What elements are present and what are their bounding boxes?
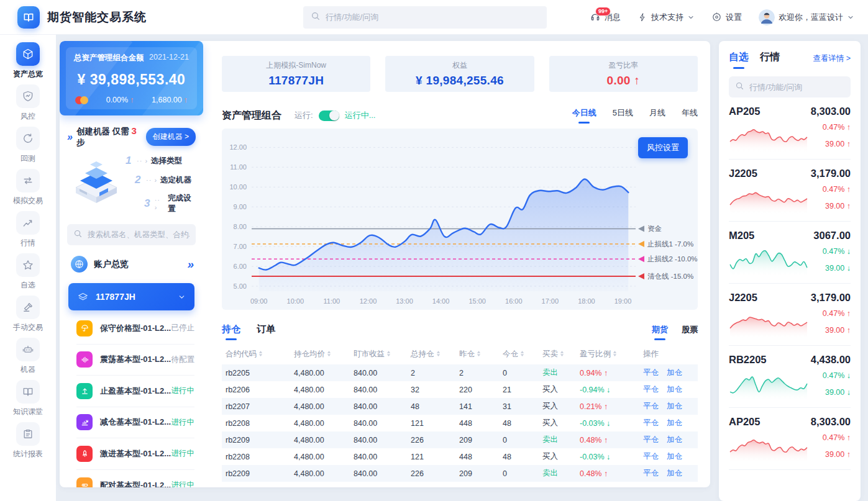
robot-item[interactable]: 减仓基本型-01-L2...进行中 [76, 407, 194, 439]
create-robot-button[interactable]: 创建机器 > [146, 128, 196, 146]
sidebar-item-knowledge[interactable]: 知识课堂 [0, 380, 56, 417]
positions-tab-1[interactable]: 订单 [257, 323, 275, 340]
sidebar-item-quotes[interactable]: 行情 [0, 211, 56, 248]
close-position-link[interactable]: 平仓 [643, 469, 659, 477]
add-position-link[interactable]: 加仓 [667, 452, 682, 461]
close-position-link[interactable]: 平仓 [643, 368, 659, 377]
robot-search[interactable] [67, 224, 196, 245]
market-tab-1[interactable]: 股票 [682, 324, 698, 340]
close-position-link[interactable]: 平仓 [643, 385, 659, 394]
run-status: 运行中... [345, 110, 376, 121]
svg-text:19:00: 19:00 [614, 297, 632, 305]
column-header[interactable]: 总持仓 [407, 344, 455, 364]
close-position-link[interactable]: 平仓 [643, 452, 659, 461]
add-position-link[interactable]: 加仓 [667, 435, 682, 444]
ticker-item[interactable]: AP2058,303.000.47% ↑39.00 ↑ [729, 408, 851, 470]
sidebar-item-asset-overview[interactable]: 资产总览 [0, 42, 56, 79]
sidebar-item-backtest[interactable]: 回测 [0, 127, 56, 164]
stat-card-2: 盈亏比率0.00 ↑ [549, 56, 698, 92]
global-search-input[interactable] [326, 12, 539, 22]
column-header[interactable]: 合约代码 [222, 344, 290, 364]
ticker-symbol: RB2205 [729, 354, 767, 366]
sidebar-item-robots[interactable]: 机器 [0, 338, 56, 375]
svg-text:15:00: 15:00 [468, 297, 486, 305]
account-select[interactable]: 117877JH [68, 283, 194, 310]
chart-tab-1[interactable]: 5日线 [613, 107, 633, 124]
gavel-icon [16, 296, 40, 319]
sidebar-item-watchlist[interactable]: 自选 [0, 253, 56, 291]
ticker-item[interactable]: J22053,179.000.47% ↑39.00 ↑ [729, 160, 851, 222]
global-search[interactable] [303, 6, 547, 29]
add-position-link[interactable]: 加仓 [667, 385, 682, 394]
close-position-link[interactable]: 平仓 [643, 402, 659, 410]
add-position-link[interactable]: 加仓 [667, 418, 682, 427]
sort-icon[interactable] [477, 350, 481, 359]
robot-item[interactable]: 震荡基本型-01-L2...待配置 [76, 345, 194, 376]
robot-search-input[interactable] [88, 230, 190, 239]
messages-button[interactable]: 99+ 消息 [590, 12, 621, 23]
sort-icon[interactable] [520, 350, 524, 359]
cell-actions: 平仓加仓 [639, 415, 698, 431]
chart-tab-0[interactable]: 今日线 [572, 107, 596, 124]
svg-text:16:00: 16:00 [505, 297, 523, 305]
ticker-item[interactable]: AP2058,303.000.47% ↑39.00 ↑ [729, 97, 851, 160]
ticker-item[interactable]: RB22054,438.000.47% ↓39.00 ↓ [729, 346, 851, 408]
cell-total: 121 [407, 415, 455, 431]
add-position-link[interactable]: 加仓 [667, 469, 682, 477]
robot-item[interactable]: 激进基本型-01-L2...进行中 [76, 438, 194, 470]
sort-icon[interactable] [386, 350, 391, 359]
sparkline-chart [729, 183, 808, 215]
cell-yesterday: 209 [455, 465, 499, 482]
robot-item[interactable]: 配对基本型-01-L2...进行中 [76, 470, 194, 488]
column-header[interactable]: 昨仓 [455, 344, 499, 364]
chart-tab-2[interactable]: 月线 [649, 107, 665, 124]
cell-today: 21 [499, 381, 539, 398]
settings-button[interactable]: 设置 [711, 12, 742, 23]
user-menu[interactable]: 欢迎你，蓝蓝设计 [759, 9, 854, 25]
support-menu[interactable]: 技术支持 [637, 12, 695, 23]
column-header[interactable]: 盯市收益 [350, 344, 407, 364]
market-tab-0[interactable]: 期货 [652, 324, 668, 340]
close-position-link[interactable]: 平仓 [643, 435, 659, 444]
cell-today: 0 [499, 431, 539, 448]
positions-tab-0[interactable]: 持仓 [222, 323, 240, 340]
watchlist-search[interactable] [729, 76, 851, 97]
close-position-link[interactable]: 平仓 [643, 418, 659, 427]
sidebar-item-sim-trading[interactable]: 模拟交易 [0, 169, 56, 206]
sort-icon[interactable] [613, 350, 617, 359]
robot-item[interactable]: 保守价格型-01-L2...已停止 [76, 313, 194, 345]
risk-settings-button[interactable]: 风控设置 [638, 137, 688, 158]
watchlist-tab-1[interactable]: 行情 [760, 51, 780, 69]
create-step: 3·· ›完成设置 [144, 193, 196, 214]
svg-text:17:00: 17:00 [542, 297, 559, 305]
watchlist-tab-0[interactable]: 自选 [729, 51, 749, 69]
ticker-item[interactable]: M2053067.000.47% ↓39.00 ↓ [729, 222, 851, 284]
sort-icon[interactable] [436, 350, 441, 359]
portfolio-change-value: 1,680.00↑ [152, 96, 188, 104]
svg-text:5.00: 5.00 [234, 282, 247, 290]
account-overview[interactable]: 账户总览 » [70, 253, 193, 276]
column-header[interactable]: 买卖 [539, 344, 576, 364]
watchlist-search-input[interactable] [749, 83, 844, 92]
ticker-item[interactable]: J22053,179.000.47% ↑39.00 ↑ [729, 284, 851, 346]
run-toggle[interactable] [319, 111, 339, 121]
svg-text:止损线1 -7.0%: 止损线1 -7.0% [647, 240, 693, 248]
view-details-link[interactable]: 查看详情 > [813, 53, 851, 69]
ticker-symbol: J2205 [729, 168, 757, 179]
sort-icon[interactable] [258, 350, 263, 359]
sort-icon[interactable] [327, 350, 331, 359]
sidebar-item-manual-trading[interactable]: 手动交易 [0, 296, 56, 333]
column-header[interactable]: 今仓 [499, 344, 539, 364]
cell-code: rb2208 [222, 448, 290, 465]
column-header[interactable]: 持仓均价 [290, 344, 350, 364]
sort-icon[interactable] [560, 350, 564, 359]
column-header[interactable]: 盈亏比例 [576, 344, 639, 364]
chevron-down-icon [847, 14, 854, 21]
add-position-link[interactable]: 加仓 [667, 368, 682, 377]
robot-item[interactable]: 止盈基本型-01-L2...进行中 [76, 376, 194, 407]
sidebar-item-risk-control[interactable]: 风控 [0, 84, 56, 122]
sidebar-item-reports[interactable]: 统计报表 [0, 422, 56, 459]
add-position-link[interactable]: 加仓 [667, 402, 682, 410]
chart-tab-3[interactable]: 年线 [682, 107, 698, 124]
cell-actions: 平仓加仓 [639, 398, 698, 415]
